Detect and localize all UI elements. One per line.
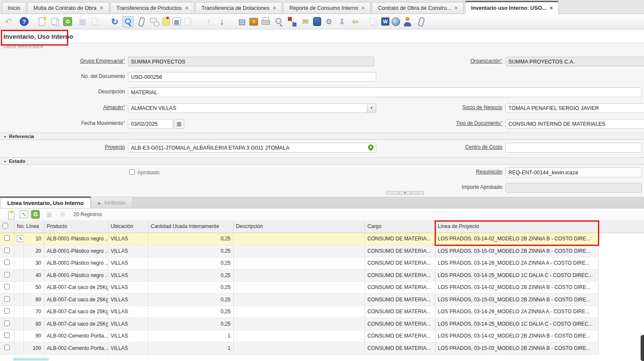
calendar-icon[interactable]: ▦ xyxy=(174,119,184,129)
attachment-icon[interactable] xyxy=(136,16,147,27)
table-row[interactable]: 90ALB-002-Cemento Portla...VILLAS1CONSUM… xyxy=(0,330,644,342)
request-mail-icon[interactable]: ✉ xyxy=(300,16,311,27)
user-icon[interactable] xyxy=(402,16,413,27)
import-icon[interactable]: ⇦ xyxy=(350,16,361,27)
section-estado[interactable]: Estado xyxy=(0,157,644,165)
fecha-movimiento-field[interactable] xyxy=(128,119,173,129)
splitter-collapse-left-button[interactable]: ⋯ xyxy=(386,191,398,195)
workflow-icon[interactable]: ↘ xyxy=(287,16,298,27)
note-icon[interactable] xyxy=(162,17,170,26)
organizacion-field[interactable] xyxy=(505,57,644,66)
print-icon[interactable] xyxy=(260,16,271,27)
centro-costo-field[interactable] xyxy=(505,143,642,153)
label-organizacion[interactable]: Organización xyxy=(375,58,502,64)
edit-line-icon[interactable]: ✎ xyxy=(20,211,28,218)
col-producto[interactable]: Producto xyxy=(44,220,108,233)
table-row[interactable]: 80ALB-007-Cal saco de 25KgVILLAS0,25CONS… xyxy=(0,318,644,330)
gear-icon[interactable]: ⚙ xyxy=(58,210,67,219)
select-all-checkbox[interactable] xyxy=(3,223,8,228)
process-icon[interactable] xyxy=(313,17,321,26)
label-requisicion[interactable]: Requisición xyxy=(375,169,502,175)
close-tab-icon[interactable] xyxy=(362,5,365,11)
parent-record-icon[interactable]: ↑ xyxy=(203,16,214,27)
save-icon[interactable]: ▦ xyxy=(77,16,88,27)
ignore-icon[interactable] xyxy=(368,16,379,27)
splitter-collapse-right-button[interactable]: ⋯ xyxy=(412,191,424,195)
tab-contrato-obra[interactable]: Contrato de Obra de Constru... xyxy=(372,2,464,14)
col-cargo[interactable]: Cargo xyxy=(365,220,435,233)
preferences-gear-icon[interactable]: ⚙ xyxy=(323,16,334,27)
requisicion-field[interactable] xyxy=(505,168,642,177)
row-edit-icon[interactable]: ✎ xyxy=(17,235,24,242)
report-icon[interactable]: ▤ xyxy=(236,16,247,27)
find-icon[interactable] xyxy=(122,16,133,27)
tab-transferencia-dotaciones[interactable]: Transferencia de Dotaciones xyxy=(195,2,282,14)
tab-reporte-consumo[interactable]: Reporte de Consumo Interno xyxy=(283,2,371,14)
tab-multa-contrato[interactable]: Multa de Contrato de Obra xyxy=(27,2,109,14)
detail-record-icon[interactable]: ↓ xyxy=(216,16,227,27)
socio-negocio-field[interactable] xyxy=(505,103,644,113)
grid-toggle-icon[interactable]: ▦ xyxy=(172,17,181,26)
help-icon[interactable]: ? xyxy=(20,17,29,26)
col-cantidad[interactable]: Cantidad Usada Internamente xyxy=(148,220,233,233)
row-checkbox[interactable] xyxy=(4,345,10,350)
section-referencia[interactable]: Referencia xyxy=(0,133,644,140)
col-no-linea[interactable]: No. Línea xyxy=(14,220,44,233)
col-ubicacion[interactable]: Ubicación xyxy=(108,220,148,233)
tab-atributos[interactable]: Atributos xyxy=(91,196,133,208)
delete-line-icon[interactable]: ♻ xyxy=(31,210,40,219)
horizontal-scrollbar[interactable] xyxy=(13,358,49,361)
label-tipo-documento[interactable]: Tipo de Documento xyxy=(375,120,502,126)
tab-transferencia-productos[interactable]: Transferencia de Productos xyxy=(110,2,194,14)
copy-record-icon[interactable] xyxy=(50,16,61,27)
table-row[interactable]: 40ALB-0001-Plástico negro ...VILLAS0,25C… xyxy=(0,269,644,282)
close-tab-icon[interactable] xyxy=(455,5,458,11)
detail-grid-icon[interactable] xyxy=(183,16,194,27)
archive-icon[interactable]: ≡ xyxy=(249,18,258,26)
close-tab-icon[interactable] xyxy=(550,5,553,11)
table-row[interactable]: ✎10ALB-0001-Plástico negro ...VILLAS0,25… xyxy=(0,233,644,245)
new-line-icon[interactable] xyxy=(6,210,15,219)
label-grupo-empresarial[interactable]: Grupo Empresarial xyxy=(0,58,125,64)
almacen-field[interactable] xyxy=(128,103,376,113)
refresh-icon[interactable]: ↻ xyxy=(109,16,120,27)
label-proyecto[interactable]: Proyecto xyxy=(0,144,125,150)
undo-icon[interactable]: ↶ xyxy=(3,16,14,27)
row-checkbox[interactable] xyxy=(4,332,10,338)
label-socio-negocio[interactable]: Socio de Negocio xyxy=(375,104,502,110)
tab-linea-inventario[interactable]: Línea Inventario, Uso Interno xyxy=(0,196,91,208)
no-documento-field[interactable] xyxy=(128,72,376,82)
table-row[interactable]: 20ALB-0001-Plástico negro ...VILLAS0,25C… xyxy=(0,245,644,257)
close-tab-icon[interactable] xyxy=(185,5,189,11)
row-checkbox[interactable] xyxy=(4,248,10,253)
tab-inicio[interactable]: Inicio xyxy=(2,2,26,14)
close-tab-icon[interactable] xyxy=(100,5,103,11)
vertical-scrollbar[interactable] xyxy=(641,335,644,361)
save-line-icon[interactable]: ▦ xyxy=(45,210,53,219)
new-record-icon[interactable] xyxy=(37,16,48,27)
table-row[interactable]: 100ALB-002-Cemento Portla...VILLAS1CONSU… xyxy=(0,342,644,355)
proyecto-field[interactable] xyxy=(128,143,376,153)
col-descripcion[interactable]: Descripción xyxy=(233,220,365,233)
table-row[interactable]: 30ALB-0001-Plástico negro ...VILLAS0,25C… xyxy=(0,257,644,269)
print-preview-icon[interactable] xyxy=(273,16,284,27)
label-centro-costo[interactable]: Centro de Costo xyxy=(375,144,502,150)
descripcion-field[interactable] xyxy=(128,87,642,97)
save-and-create-icon[interactable] xyxy=(90,16,101,27)
row-checkbox[interactable] xyxy=(4,272,10,277)
close-tab-icon[interactable] xyxy=(273,5,276,11)
delete-record-icon[interactable]: ♻ xyxy=(63,17,72,26)
row-checkbox[interactable] xyxy=(4,284,10,289)
row-checkbox[interactable] xyxy=(4,308,10,314)
table-row[interactable]: 70ALB-007-Cal saco de 25KgVILLAS0,25CONS… xyxy=(0,306,644,318)
row-checkbox[interactable] xyxy=(4,321,10,326)
label-almacen[interactable]: Almacén xyxy=(0,104,125,110)
tab-inventario-uso-interno[interactable]: Inventario uso Interno: USO... xyxy=(465,1,559,14)
grupo-empresarial-field[interactable] xyxy=(128,57,374,66)
web-icon[interactable] xyxy=(392,17,400,26)
export-word-icon[interactable]: W xyxy=(381,17,389,26)
col-linea-proyecto[interactable]: Linea de Proyecto xyxy=(435,220,598,233)
export-icon[interactable]: ⇩ xyxy=(337,16,348,27)
splitter-toggle-button[interactable]: ▼ xyxy=(399,191,411,195)
attachment-2-icon[interactable] xyxy=(415,16,426,27)
